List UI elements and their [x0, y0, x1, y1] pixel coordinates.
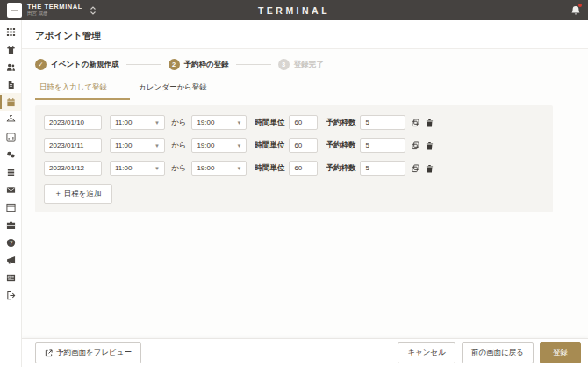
chevron-down-icon: ▼ — [154, 120, 160, 126]
mail-icon — [6, 185, 16, 195]
sidebar-item-items[interactable] — [0, 40, 21, 58]
table-icon — [6, 203, 16, 212]
notification-dot — [578, 4, 582, 7]
step-number: 2 — [169, 59, 180, 70]
brand-logo — [7, 3, 22, 18]
delete-row-icon[interactable] — [426, 141, 434, 150]
page-title: アポイント管理 — [35, 30, 101, 40]
footer-action-bar: 予約画面をプレビュー キャンセル 前の画面に戻る 登録 — [22, 338, 588, 367]
tab-register-by-datetime[interactable]: 日時を入力して登録 — [35, 79, 130, 100]
unit-input[interactable] — [289, 161, 318, 176]
step-register-slots: 2 予約枠の登録 — [169, 59, 229, 70]
team-icon — [6, 62, 16, 72]
step-connector — [126, 64, 161, 65]
brand-title: THE TERMINAL — [27, 4, 82, 11]
schedule-row: 11:00▼ から 19:00▼ 時間単位 予約枠数 — [44, 138, 544, 153]
hanger-icon — [6, 115, 16, 125]
step-number: 3 — [278, 59, 290, 70]
main-content: アポイント管理 ✓ イベントの新規作成 2 予約枠の登録 3 登録完了 日時を入… — [22, 20, 588, 367]
chevron-down-icon: ▼ — [154, 166, 160, 171]
footer-right-buttons: キャンセル 前の画面に戻る 登録 — [398, 342, 581, 363]
sidebar-item-announcements[interactable] — [0, 251, 21, 269]
date-input[interactable] — [44, 115, 102, 130]
tab-register-from-calendar[interactable]: カレンダーから登録 — [134, 79, 212, 100]
duplicate-row-icon[interactable] — [412, 119, 419, 127]
slots-input[interactable] — [360, 115, 405, 130]
end-time-select[interactable]: 19:00▼ — [191, 138, 247, 153]
range-joiner-label: から — [171, 163, 186, 174]
apps-grid-icon — [6, 27, 16, 37]
slots-label: 予約枠数 — [326, 118, 355, 128]
slots-label: 予約枠数 — [326, 140, 355, 151]
step-connector — [236, 64, 271, 65]
unit-label: 時間単位 — [255, 163, 284, 174]
stack-icon — [6, 168, 16, 177]
unit-input[interactable] — [289, 115, 318, 130]
back-button[interactable]: 前の画面に戻る — [462, 342, 534, 363]
step-create-event: ✓ イベントの新規作成 — [35, 59, 119, 70]
unit-input[interactable] — [289, 138, 318, 153]
logout-icon — [6, 291, 16, 300]
chevron-down-icon: ▼ — [236, 120, 241, 126]
start-time-select[interactable]: 11:00▼ — [110, 161, 165, 176]
date-input[interactable] — [44, 161, 102, 176]
register-button[interactable]: 登録 — [540, 342, 581, 363]
notification-bell-icon[interactable] — [570, 4, 581, 16]
schedule-panel: 11:00▼ から 19:00▼ 時間単位 予約枠数 11:00▼ から 19:… — [35, 105, 553, 212]
tab-bar: 日時を入力して登録 カレンダーから登録 — [22, 79, 588, 100]
sidebar-item-briefcase[interactable] — [0, 216, 21, 234]
end-time-select[interactable]: 19:00▼ — [191, 115, 247, 130]
brand-switcher-chevrons-icon[interactable] — [90, 5, 97, 16]
sidebar-item-documents[interactable] — [0, 76, 21, 93]
sidebar-item-catalog[interactable] — [0, 163, 21, 181]
brand-block: THE TERMINAL 田宮 成彦 — [27, 4, 82, 17]
schedule-row: 11:00▼ から 19:00▼ 時間単位 予約枠数 — [44, 161, 544, 176]
start-time-select[interactable]: 11:00▼ — [110, 115, 165, 130]
preview-booking-button[interactable]: 予約画面をプレビュー — [35, 342, 141, 363]
sidebar-item-table[interactable] — [0, 198, 21, 216]
sidebar-nav: ? — [0, 20, 22, 367]
sidebar-item-apps[interactable] — [0, 23, 21, 40]
chart-icon — [6, 133, 16, 142]
sidebar-item-help[interactable]: ? — [0, 234, 21, 251]
help-icon: ? — [6, 238, 16, 248]
start-time-select[interactable]: 11:00▼ — [110, 138, 165, 153]
step-check-icon: ✓ — [35, 59, 47, 70]
unit-label: 時間単位 — [255, 118, 284, 128]
wizard-stepper: ✓ イベントの新規作成 2 予約枠の登録 3 登録完了 — [22, 49, 588, 77]
news-icon — [6, 273, 16, 283]
cancel-button[interactable]: キャンセル — [398, 342, 455, 363]
range-joiner-label: から — [171, 118, 186, 128]
range-joiner-label: から — [171, 140, 186, 151]
sidebar-item-mail[interactable] — [0, 181, 21, 198]
chevron-down-icon: ▼ — [154, 143, 160, 148]
slots-label: 予約枠数 — [326, 163, 355, 174]
sidebar-item-appointments[interactable] — [0, 93, 21, 111]
top-bar: THE TERMINAL 田宮 成彦 TERMINAL — [0, 0, 588, 20]
sidebar-item-analytics[interactable] — [0, 128, 21, 146]
document-icon — [6, 80, 16, 90]
briefcase-icon — [6, 220, 16, 230]
duplicate-row-icon[interactable] — [412, 164, 419, 173]
end-time-select[interactable]: 19:00▼ — [191, 161, 247, 176]
page-title-bar: アポイント管理 — [22, 20, 588, 49]
sidebar-item-hanger[interactable] — [0, 111, 21, 128]
megaphone-icon — [6, 255, 16, 265]
sidebar-item-news[interactable] — [0, 269, 21, 286]
sidebar-item-logout[interactable] — [0, 286, 21, 304]
slots-input[interactable] — [360, 138, 405, 153]
date-input[interactable] — [44, 138, 102, 153]
step-complete: 3 登録完了 — [278, 59, 324, 70]
external-link-icon — [45, 349, 53, 357]
chevron-down-icon: ▼ — [236, 166, 241, 171]
sidebar-item-tags[interactable] — [0, 146, 21, 163]
duplicate-row-icon[interactable] — [412, 141, 419, 150]
delete-row-icon[interactable] — [426, 119, 434, 127]
sidebar-item-members[interactable] — [0, 58, 21, 76]
add-schedule-button[interactable]: ＋ 日程を追加 — [44, 184, 112, 204]
tags-icon — [6, 150, 16, 160]
delete-row-icon[interactable] — [426, 164, 434, 173]
shirt-icon — [6, 45, 16, 54]
schedule-row: 11:00▼ から 19:00▼ 時間単位 予約枠数 — [44, 115, 544, 130]
slots-input[interactable] — [360, 161, 405, 176]
